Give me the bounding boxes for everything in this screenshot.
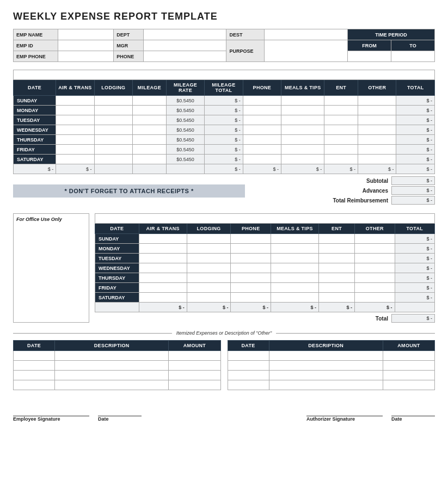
emp-phone-value[interactable]: [58, 51, 114, 62]
phone-cell[interactable]: [243, 125, 281, 135]
cf-air-trans-cell[interactable]: [139, 234, 187, 244]
other-cell[interactable]: [358, 115, 396, 125]
cf-air-trans-cell[interactable]: [139, 263, 187, 273]
item-desc[interactable]: [269, 380, 383, 390]
item-desc[interactable]: [55, 371, 169, 380]
item-amt[interactable]: [169, 371, 220, 380]
lodging-cell[interactable]: [94, 106, 132, 115]
item-date[interactable]: [228, 351, 269, 361]
cf-other-cell[interactable]: [355, 283, 395, 293]
air-trans-cell[interactable]: [56, 135, 94, 145]
mileage-cell[interactable]: [133, 106, 167, 115]
item-amt[interactable]: [383, 380, 434, 390]
cf-other-cell[interactable]: [355, 244, 395, 254]
phone-cell[interactable]: [243, 155, 281, 164]
item-amt[interactable]: [169, 380, 220, 390]
cf-meals-tips-cell[interactable]: [271, 293, 318, 303]
dest-value[interactable]: [265, 29, 348, 40]
cf-other-cell[interactable]: [355, 293, 395, 303]
phone-cell[interactable]: [243, 115, 281, 125]
other-cell[interactable]: [358, 135, 396, 145]
mileage-cell[interactable]: [133, 135, 167, 145]
meals-tips-cell[interactable]: [281, 125, 324, 135]
from-value[interactable]: [348, 51, 391, 62]
cf-lodging-cell[interactable]: [187, 293, 231, 303]
item-desc[interactable]: [55, 361, 169, 371]
mileage-cell[interactable]: [133, 155, 167, 164]
cf-ent-cell[interactable]: [319, 283, 355, 293]
item-amt[interactable]: [383, 351, 434, 361]
lodging-cell[interactable]: [94, 145, 132, 155]
cf-air-trans-cell[interactable]: [139, 244, 187, 254]
cf-lodging-cell[interactable]: [187, 273, 231, 283]
mileage-cell[interactable]: [133, 96, 167, 106]
cf-phone-cell[interactable]: [231, 293, 271, 303]
cf-phone-cell[interactable]: [231, 234, 271, 244]
item-desc[interactable]: [269, 371, 383, 380]
item-date[interactable]: [14, 371, 55, 380]
cf-ent-cell[interactable]: [319, 254, 355, 263]
air-trans-cell[interactable]: [56, 115, 94, 125]
cf-meals-tips-cell[interactable]: [271, 273, 318, 283]
lodging-cell[interactable]: [94, 125, 132, 135]
emp-id-value[interactable]: [58, 40, 114, 51]
cf-ent-cell[interactable]: [319, 234, 355, 244]
cf-meals-tips-cell[interactable]: [271, 283, 318, 293]
item-amt[interactable]: [169, 351, 220, 361]
cf-air-trans-cell[interactable]: [139, 273, 187, 283]
other-cell[interactable]: [358, 145, 396, 155]
cf-lodging-cell[interactable]: [187, 244, 231, 254]
meals-tips-cell[interactable]: [281, 155, 324, 164]
dept-value[interactable]: [143, 29, 226, 40]
air-trans-cell[interactable]: [56, 125, 94, 135]
other-cell[interactable]: [358, 96, 396, 106]
cf-phone-cell[interactable]: [231, 244, 271, 254]
lodging-cell[interactable]: [94, 96, 132, 106]
phone-cell[interactable]: [243, 106, 281, 115]
item-desc[interactable]: [269, 351, 383, 361]
cf-air-trans-cell[interactable]: [139, 283, 187, 293]
ent-cell[interactable]: [324, 135, 358, 145]
other-cell[interactable]: [358, 155, 396, 164]
item-amt[interactable]: [169, 361, 220, 371]
cf-ent-cell[interactable]: [319, 273, 355, 283]
meals-tips-cell[interactable]: [281, 115, 324, 125]
cf-ent-cell[interactable]: [319, 263, 355, 273]
lodging-cell[interactable]: [94, 115, 132, 125]
item-date[interactable]: [14, 361, 55, 371]
item-date[interactable]: [14, 380, 55, 390]
air-trans-cell[interactable]: [56, 145, 94, 155]
cf-other-cell[interactable]: [355, 273, 395, 283]
meals-tips-cell[interactable]: [281, 135, 324, 145]
ent-cell[interactable]: [324, 125, 358, 135]
meals-tips-cell[interactable]: [281, 145, 324, 155]
air-trans-cell[interactable]: [56, 106, 94, 115]
emp-name-value[interactable]: [58, 29, 114, 40]
item-date[interactable]: [14, 351, 55, 361]
cf-other-cell[interactable]: [355, 254, 395, 263]
meals-tips-cell[interactable]: [281, 96, 324, 106]
lodging-cell[interactable]: [94, 155, 132, 164]
cf-air-trans-cell[interactable]: [139, 254, 187, 263]
phone-cell[interactable]: [243, 135, 281, 145]
purpose-value[interactable]: [265, 40, 348, 62]
mileage-cell[interactable]: [133, 115, 167, 125]
item-date[interactable]: [228, 361, 269, 371]
cf-meals-tips-cell[interactable]: [271, 244, 318, 254]
phone-cell[interactable]: [243, 96, 281, 106]
cf-phone-cell[interactable]: [231, 283, 271, 293]
cf-meals-tips-cell[interactable]: [271, 254, 318, 263]
ent-cell[interactable]: [324, 155, 358, 164]
cf-ent-cell[interactable]: [319, 293, 355, 303]
cf-phone-cell[interactable]: [231, 263, 271, 273]
item-desc[interactable]: [269, 361, 383, 371]
item-date[interactable]: [228, 371, 269, 380]
ent-cell[interactable]: [324, 106, 358, 115]
ent-cell[interactable]: [324, 145, 358, 155]
air-trans-cell[interactable]: [56, 155, 94, 164]
cf-meals-tips-cell[interactable]: [271, 263, 318, 273]
cf-other-cell[interactable]: [355, 263, 395, 273]
item-date[interactable]: [228, 380, 269, 390]
meals-tips-cell[interactable]: [281, 106, 324, 115]
cf-meals-tips-cell[interactable]: [271, 234, 318, 244]
